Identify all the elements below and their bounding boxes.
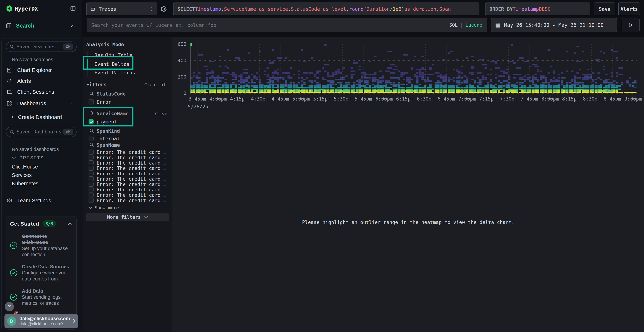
saved-searches-input[interactable] [17, 44, 61, 49]
chevron-up-icon[interactable] [70, 102, 74, 105]
filters-heading: Filters [86, 82, 106, 87]
checkbox[interactable] [88, 176, 94, 182]
filter-option[interactable]: Error: The credit card … [88, 149, 166, 155]
checkbox[interactable] [88, 136, 94, 141]
chevron-down-icon [88, 206, 92, 209]
search-icon[interactable] [89, 128, 94, 133]
hyperdx-logo-icon [6, 5, 13, 12]
get-started-item[interactable]: Add Data Start sending logs, metrics, or… [6, 288, 76, 306]
mode-event-patterns[interactable]: Event Patterns [94, 70, 135, 76]
checkbox[interactable] [88, 192, 94, 198]
get-started-item[interactable]: Connect to ClickHouse Set up your databa… [6, 233, 76, 258]
sidebar-item-client-sessions[interactable]: Client Sessions [0, 87, 82, 97]
avatar: D [7, 316, 16, 326]
save-button[interactable]: Save [594, 2, 616, 16]
event-search-bar[interactable]: SQL | Lucene [86, 18, 487, 32]
spanname-options: Error: The credit card … Error: The cred… [88, 149, 166, 203]
archive-icon [90, 6, 96, 12]
checkbox[interactable] [88, 171, 94, 176]
filter-option[interactable]: Error: The credit card … [88, 198, 166, 203]
sidebar-item-dashboards[interactable]: Dashboards [0, 98, 82, 108]
filter-group-statuscode[interactable]: StatusCode [96, 91, 126, 96]
mode-event-deltas[interactable]: Event Deltas [94, 61, 129, 67]
filter-option-label: Error: The credit card … [96, 182, 166, 187]
check-circle-icon [10, 242, 18, 249]
get-started-item-title: Create Data Sources [22, 264, 71, 270]
filter-option-internal[interactable]: Internal [88, 136, 120, 142]
toggle-lucene[interactable]: Lucene [466, 22, 482, 28]
checkbox[interactable] [88, 198, 94, 203]
chevron-up-icon[interactable] [68, 222, 72, 225]
clear-servicename-filter[interactable]: Clear [155, 111, 168, 116]
date-range-picker[interactable]: May 26 15:40:00 - May 26 21:10:00 [491, 18, 617, 32]
checkbox[interactable] [88, 160, 94, 165]
search-icon[interactable] [89, 111, 94, 116]
preset-services[interactable]: Services [12, 172, 32, 178]
no-saved-searches-text: No saved searches [12, 57, 53, 62]
no-saved-dashboards-text: No saved dashboards [12, 147, 59, 152]
preset-clickhouse[interactable]: ClickHouse [12, 164, 38, 170]
saved-dashboards-search[interactable]: ⌘K [6, 127, 76, 137]
filter-option[interactable]: Error: The credit card … [88, 160, 166, 166]
filter-option[interactable]: Error: The credit card … [88, 176, 166, 182]
more-filters-button[interactable]: More filters [86, 213, 169, 221]
filter-option[interactable]: Error: The credit card … [88, 187, 166, 192]
source-select[interactable]: Traces [86, 2, 158, 16]
preset-kubernetes[interactable]: Kubernetes [12, 181, 38, 186]
collapse-sidebar-button[interactable] [70, 6, 76, 11]
order-by-editor[interactable]: ORDER BY Timestamp DESC [485, 2, 590, 16]
sql-select-editor[interactable]: SELECT Timestamp, ServiceName as service… [173, 2, 480, 16]
checkbox[interactable] [88, 155, 94, 160]
gear-icon [6, 198, 12, 204]
bell-icon [6, 78, 12, 84]
filter-option[interactable]: Error: The credit card … [88, 182, 166, 187]
get-started-badge: 3/3 [42, 220, 56, 227]
check-circle-icon [10, 293, 18, 301]
filter-option[interactable]: Error: The credit card … [88, 192, 166, 198]
help-button[interactable]: ? [5, 302, 14, 311]
get-started-item[interactable]: Create Data Sources Configure where your… [6, 264, 76, 282]
filter-group-spanname[interactable]: SpanName [96, 142, 120, 148]
presets-toggle[interactable]: PRESETS [12, 155, 44, 160]
source-settings-button[interactable] [160, 6, 167, 12]
nav-search[interactable]: Search [6, 22, 34, 29]
checkbox[interactable] [88, 119, 94, 124]
filter-group-servicename[interactable]: ServiceName [96, 111, 128, 116]
alerts-button[interactable]: Alerts [618, 2, 640, 16]
filter-option[interactable]: Error: The credit card … [88, 155, 166, 160]
query-language-toggle[interactable]: SQL | Lucene [449, 18, 482, 32]
saved-dashboards-input[interactable] [17, 129, 61, 134]
source-select-value: Traces [99, 6, 116, 12]
search-input[interactable] [91, 22, 431, 28]
sidebar-item-chart-explorer[interactable]: Chart Explorer [0, 65, 82, 75]
run-query-button[interactable] [622, 18, 640, 32]
user-menu[interactable]: D dale@clickhouse.com dale@clickhouse.co… [4, 314, 78, 328]
create-dashboard-button[interactable]: + Create Dashboard [11, 114, 62, 120]
search-icon[interactable] [89, 142, 94, 147]
app-logo[interactable] [6, 5, 13, 12]
sidebar-item-team-settings[interactable]: Team Settings [6, 198, 51, 204]
toggle-sql[interactable]: SQL [449, 22, 458, 28]
filter-option-error[interactable]: Error [88, 99, 111, 105]
filter-option[interactable]: Error: The credit card … [88, 166, 166, 171]
user-org: dale@clickhouse.com's [20, 321, 70, 326]
filter-option[interactable]: Error: The credit card … [88, 171, 166, 176]
filter-group-spankind[interactable]: SpanKind [96, 128, 120, 134]
duration-heatmap[interactable] [172, 37, 644, 121]
sidebar-item-alerts[interactable]: Alerts [0, 76, 82, 86]
filter-option-label: Error: The credit card … [96, 166, 166, 171]
collapse-search-section[interactable] [71, 24, 76, 27]
checkbox[interactable] [88, 182, 94, 187]
checkbox[interactable] [88, 166, 94, 171]
filter-option-payment[interactable]: payment [88, 118, 117, 125]
show-more-label: Show more [95, 205, 119, 210]
clear-all-filters[interactable]: Clear all [144, 82, 168, 87]
search-icon[interactable] [89, 91, 94, 96]
mode-results-table[interactable]: Results Table [94, 52, 132, 58]
checkbox[interactable] [88, 150, 94, 154]
top-header: Traces SELECT Timestamp, ServiceName as … [0, 0, 644, 37]
checkbox[interactable] [88, 100, 94, 104]
saved-searches-search[interactable]: ⌘K [6, 42, 76, 52]
checkbox[interactable] [88, 187, 94, 192]
show-more-button[interactable]: Show more [88, 205, 119, 210]
